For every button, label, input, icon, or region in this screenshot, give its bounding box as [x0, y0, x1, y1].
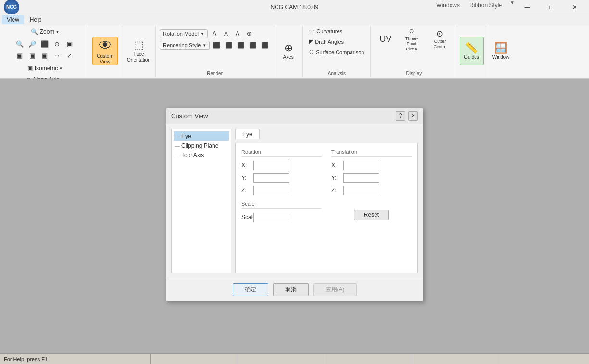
curvatures-button[interactable]: 〰 Curvatures — [307, 27, 366, 36]
translation-z-input[interactable] — [343, 186, 379, 195]
rotation-small-btn3[interactable]: A — [233, 29, 242, 38]
draft-angles-button[interactable]: ◤ Draft Angles — [307, 37, 366, 46]
scale-input[interactable] — [253, 213, 289, 222]
analysis-group-label: Analysis — [328, 70, 346, 76]
axes-button[interactable]: ⊕ Axes — [279, 37, 298, 65]
zoom-all-button[interactable]: ⊙ — [51, 38, 63, 49]
translation-x-label: X: — [331, 162, 343, 169]
rotation-section: Rotation X: Y: — [241, 149, 322, 228]
rendering-style-dropdown: ▼ — [202, 43, 206, 48]
fit-button[interactable]: ↔ — [51, 50, 63, 61]
rotation-x-label: X: — [241, 162, 253, 169]
view-box1-button[interactable]: ▣ — [64, 38, 75, 49]
dialog-close-button[interactable]: ✕ — [408, 111, 418, 121]
rotation-model-button[interactable]: Rotation Model ▼ — [160, 29, 208, 38]
titlebar: NCG NCG CAM 18.0.09 Windows Ribbon Style… — [0, 0, 589, 14]
view-box3-button[interactable]: ▣ — [26, 50, 38, 61]
rotation-small-btn1[interactable]: A — [210, 29, 219, 38]
zoom-button[interactable]: 🔍 Zoom ▼ — [28, 27, 62, 37]
menu-item-view[interactable]: View — [2, 15, 24, 24]
rotation-z-row: Z: — [241, 186, 322, 195]
form-two-col: Rotation X: Y: — [241, 149, 412, 228]
maximize-button[interactable]: □ — [540, 0, 562, 14]
statusbar: For Help, press F1 — [0, 353, 589, 364]
windows-menu-item[interactable]: Windows — [432, 0, 464, 14]
custom-view-button[interactable]: 👁 Custom View — [92, 37, 118, 65]
cutter-centre-label: Cutter Centre — [429, 39, 451, 50]
statusbar-text: For Help, press F1 — [4, 356, 48, 362]
draft-angles-icon: ◤ — [309, 38, 313, 45]
cancel-button[interactable]: 取消 — [273, 283, 309, 296]
tree-label-eye: Eye — [181, 133, 191, 139]
three-point-circle-button[interactable]: ○ Three-Point Circle — [398, 27, 425, 51]
isometric-button[interactable]: ▣ Isometric ▼ — [25, 63, 65, 73]
titlebar-left: NCG — [4, 0, 22, 15]
window-icon: 🪟 — [494, 42, 507, 54]
minimize-button[interactable]: — — [516, 0, 538, 14]
cutter-centre-button[interactable]: ⊙ Cutter Centre — [426, 27, 453, 51]
render-small-btn1[interactable]: ⬛ — [212, 40, 222, 50]
translation-form-section: Translation X: Y: — [331, 149, 412, 195]
rotation-y-input[interactable] — [253, 173, 289, 183]
statusbar-seg2 — [238, 354, 324, 364]
analysis-items: 〰 Curvatures ◤ Draft Angles ⬡ Surface Co… — [307, 27, 366, 70]
ribbon-style-menu-item[interactable]: Ribbon Style — [465, 0, 506, 14]
uv-button[interactable]: UV — [375, 27, 396, 51]
close-button[interactable]: ✕ — [564, 0, 585, 14]
zoom-box-button[interactable]: ⬛ — [39, 38, 50, 49]
statusbar-seg1 — [150, 354, 237, 364]
draft-angles-label: Draft Angles — [315, 39, 344, 45]
zoom-label: Zoom — [40, 28, 55, 35]
tree-dash-tool-axis: — — [175, 152, 180, 158]
view-box2-button[interactable]: ▣ — [14, 50, 25, 61]
translation-header: Translation — [331, 149, 412, 157]
tab-eye[interactable]: Eye — [235, 129, 260, 139]
dialog-help-button[interactable]: ? — [396, 111, 405, 121]
rotation-model-label: Rotation Model — [163, 31, 199, 37]
tree-item-clipping-plane[interactable]: — Clipping Plane — [174, 141, 229, 151]
statusbar-segments — [150, 354, 585, 364]
app-logo: NCG — [4, 0, 19, 15]
render-small-btn2[interactable]: ⬛ — [224, 40, 234, 50]
rendering-style-button[interactable]: Rendering Style ▼ — [160, 41, 210, 50]
face-orientation-label: Face Orientation — [127, 51, 150, 63]
rotation-small-btn2[interactable]: A — [221, 29, 231, 38]
dialog-controls: ? ✕ — [396, 111, 418, 121]
custom-view-label: Custom View — [95, 53, 115, 65]
view-box4-button[interactable]: ▣ — [39, 50, 50, 61]
tree-item-eye[interactable]: — Eye — [174, 131, 229, 141]
face-orientation-button[interactable]: ⬚ Face Orientation — [125, 37, 153, 65]
translation-section: Translation X: Y: — [331, 149, 412, 228]
guides-button[interactable]: 📏 Guides — [460, 37, 484, 65]
display-items: UV ○ Three-Point Circle ⊙ — [375, 27, 453, 70]
rotation-x-input[interactable] — [253, 161, 289, 170]
zoom-out-button[interactable]: 🔎 — [26, 38, 38, 49]
confirm-button[interactable]: 确定 — [233, 283, 268, 296]
render-small-btn4[interactable]: ⬛ — [248, 40, 258, 50]
dialog-body: — Eye — Clipping Plane — Tool Axis — [166, 124, 423, 278]
surface-comparison-button[interactable]: ⬡ Surface Comparison — [307, 48, 366, 57]
tree-label-clipping-plane: Clipping Plane — [181, 142, 218, 149]
rotation-z-label: Z: — [241, 187, 253, 194]
tree-label-tool-axis: Tool Axis — [181, 152, 204, 159]
ribbon-style-arrow: ▼ — [510, 0, 514, 14]
zoom-in-button[interactable]: 🔍 — [14, 38, 25, 49]
surface-comparison-label: Surface Comparison — [316, 50, 364, 55]
apply-button[interactable]: 应用(A) — [313, 283, 357, 296]
rotation-small-btn4[interactable]: ⊕ — [244, 29, 254, 38]
tree-item-tool-axis[interactable]: — Tool Axis — [174, 151, 229, 160]
translation-y-input[interactable] — [343, 173, 379, 183]
statusbar-seg3 — [325, 354, 411, 364]
menu-item-help[interactable]: Help — [25, 15, 47, 24]
surface-comparison-icon: ⬡ — [309, 49, 314, 55]
expand-button[interactable]: ⤢ — [64, 50, 75, 61]
rotation-z-input[interactable] — [253, 186, 289, 195]
render-small-btn3[interactable]: ⬛ — [236, 40, 246, 50]
render-small-btn5[interactable]: ⬛ — [260, 40, 270, 50]
translation-x-input[interactable] — [343, 161, 379, 170]
dialog-overlay: Custom View ? ✕ — Eye — [0, 79, 589, 364]
reset-button[interactable]: Reset — [354, 210, 389, 220]
window-button[interactable]: 🪟 Window — [489, 37, 513, 65]
translation-y-row: Y: — [331, 173, 412, 183]
scale-label: Scale: — [241, 214, 253, 221]
